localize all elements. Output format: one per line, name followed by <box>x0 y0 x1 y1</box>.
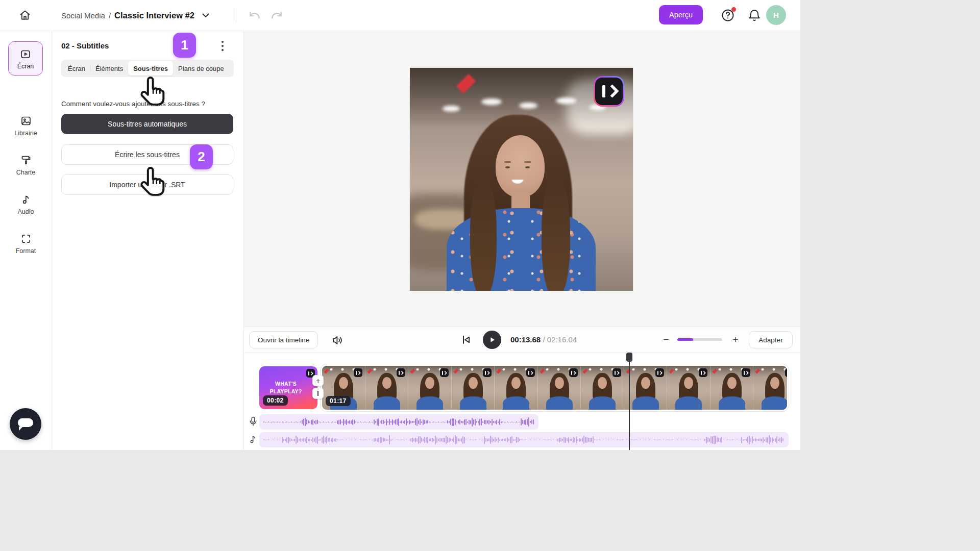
chevron-down-icon[interactable] <box>202 13 209 18</box>
step-badge-1: 1 <box>173 33 196 58</box>
sidebar-item-ecran[interactable]: Écran <box>8 41 43 76</box>
fit-button[interactable]: Adapter <box>749 331 793 348</box>
library-icon <box>20 115 32 127</box>
avatar[interactable]: H <box>766 5 786 25</box>
timeline-zoom-slider[interactable] <box>677 338 722 341</box>
sidebar-item-format[interactable]: Format <box>0 233 52 255</box>
screen-settings-panel: 02 - Subtitles Écran Éléments Sous-titre… <box>52 31 244 450</box>
bell-icon <box>747 8 762 22</box>
playhead[interactable] <box>626 353 633 450</box>
total-time: 02:16.04 <box>547 335 577 344</box>
chat-bubble-icon <box>18 418 33 427</box>
player-bar: Ouvrir la timeline 00:13.68 / 02:16.04 −… <box>243 327 800 353</box>
skip-to-start-button[interactable] <box>460 334 472 346</box>
breadcrumb-separator: / <box>109 11 111 20</box>
time-display: 00:13.68 / 02:16.04 <box>510 335 577 344</box>
notification-dot <box>731 7 736 12</box>
video-thumbnail <box>538 366 581 410</box>
preview-canvas <box>243 31 800 327</box>
notifications-button[interactable] <box>747 8 762 22</box>
video-thumbnail <box>753 366 789 410</box>
playplay-video-editor: Social Media / Classic Interview #2 Aper… <box>0 0 800 450</box>
subject-face <box>496 135 545 197</box>
split-clip-button[interactable] <box>312 388 324 399</box>
brand-kit-icon <box>20 154 32 166</box>
current-time: 00:13.68 <box>510 335 541 344</box>
play-button[interactable] <box>483 331 501 349</box>
clip-title-text: WHAT'S PLAYPLAY? <box>259 380 312 395</box>
music-note-icon <box>20 193 32 206</box>
video-thumbnail <box>408 366 452 410</box>
topbar: Social Media / Classic Interview #2 Aper… <box>0 0 800 31</box>
tab-ecran[interactable]: Écran <box>63 61 90 76</box>
video-thumbnail <box>365 366 409 410</box>
play-icon <box>488 336 496 344</box>
video-preview[interactable] <box>410 68 633 291</box>
zoom-slider-fill <box>677 338 693 341</box>
left-rail: Écran Librairie Charte Audio Format <box>0 31 52 450</box>
add-clip-button[interactable]: + <box>312 375 324 386</box>
tab-elements[interactable]: Éléments <box>90 61 128 76</box>
hand-cursor-icon <box>139 166 166 201</box>
sidebar-item-label: Format <box>16 247 36 255</box>
zoom-in-button[interactable]: + <box>729 333 742 346</box>
tab-plans-de-coupe[interactable]: Plans de coupe <box>173 61 229 76</box>
timeline-clip-title-card[interactable]: WHAT'S PLAYPLAY? P 00:02 <box>259 366 317 409</box>
timeline: WHAT'S PLAYPLAY? P 00:02 + 01:17 <box>243 353 800 450</box>
music-track <box>243 432 800 447</box>
playplay-logo <box>594 76 624 107</box>
microphone-icon <box>248 416 259 427</box>
voice-waveform[interactable] <box>259 414 538 430</box>
format-icon <box>20 233 32 245</box>
video-thumbnail <box>495 366 538 410</box>
speaker-icon <box>331 334 345 347</box>
topbar-divider <box>236 8 236 22</box>
sidebar-item-librairie[interactable]: Librairie <box>0 115 52 137</box>
home-button[interactable] <box>18 8 34 23</box>
clip-duration-badge: 00:02 <box>263 395 288 406</box>
breadcrumb-folder[interactable]: Social Media <box>61 11 105 20</box>
playhead-line <box>629 357 630 450</box>
sidebar-item-charte[interactable]: Charte <box>0 154 52 176</box>
skip-to-start-icon <box>460 334 472 346</box>
auto-subtitles-button[interactable]: Sous-titres automatiques <box>61 114 233 134</box>
clip-thumbnails <box>322 366 787 410</box>
screen-options-button[interactable] <box>217 40 228 52</box>
sidebar-item-audio[interactable]: Audio <box>0 193 52 215</box>
video-thumbnail <box>581 366 624 410</box>
home-icon <box>18 9 32 22</box>
voice-track <box>243 414 800 430</box>
video-thumbnail <box>667 366 710 410</box>
sidebar-item-label: Charte <box>16 169 36 176</box>
open-timeline-button[interactable]: Ouvrir la timeline <box>249 331 318 348</box>
breadcrumb[interactable]: Social Media / Classic Interview #2 <box>61 0 209 31</box>
undo-icon <box>248 9 261 22</box>
redo-button[interactable] <box>270 9 283 22</box>
chat-widget-button[interactable] <box>10 408 41 440</box>
video-thumbnail <box>452 366 495 410</box>
sidebar-item-label: Audio <box>18 208 34 215</box>
music-note-icon <box>248 434 259 445</box>
playhead-handle[interactable] <box>626 353 632 362</box>
volume-button[interactable] <box>331 334 345 347</box>
preview-button[interactable]: Aperçu <box>659 5 703 24</box>
undo-button[interactable] <box>248 9 261 22</box>
step-badge-2: 2 <box>190 144 213 169</box>
subject-shirt <box>447 208 596 291</box>
zoom-out-button[interactable]: − <box>660 333 672 346</box>
panel-tabs: Écran Éléments Sous-titres Plans de coup… <box>61 60 234 77</box>
hand-cursor-icon <box>139 76 166 110</box>
video-thumbnail <box>710 366 754 410</box>
sidebar-item-label: Écran <box>17 63 34 70</box>
music-waveform[interactable] <box>259 432 789 447</box>
timeline-clip-video[interactable]: 01:17 <box>321 364 789 411</box>
sidebar-item-label: Librairie <box>14 130 37 137</box>
screen-icon <box>19 48 32 60</box>
tab-sous-titres[interactable]: Sous-titres <box>128 61 173 76</box>
insert-clip-controls: + <box>312 375 325 399</box>
clip-duration-badge: 01:17 <box>326 396 351 406</box>
redo-icon <box>270 9 283 22</box>
project-title[interactable]: Classic Interview #2 <box>114 11 194 20</box>
screen-title: 02 - Subtitles <box>61 41 109 50</box>
help-button[interactable] <box>721 8 735 22</box>
